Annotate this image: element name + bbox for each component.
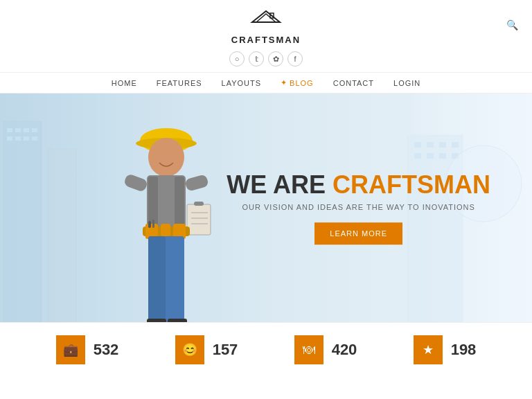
stat-count-star: 198 — [451, 341, 477, 359]
stat-count-briefcase: 532 — [94, 341, 119, 359]
svg-rect-11 — [24, 136, 29, 141]
svg-rect-10 — [15, 136, 21, 141]
social-icon-facebook[interactable]: f — [287, 51, 303, 66]
svg-rect-41 — [452, 142, 459, 148]
stat-item-plate: 🍽 420 — [294, 335, 357, 364]
logo[interactable]: CRAFTSMAN — [231, 8, 301, 45]
hero-title: WE ARE CRAFTSMAN — [227, 171, 490, 199]
svg-rect-20 — [123, 173, 148, 193]
stat-icon-briefcase: 💼 — [56, 335, 85, 364]
svg-rect-21 — [184, 174, 209, 192]
svg-rect-23 — [194, 202, 204, 206]
stats-bar: 💼 532 😊 157 🍽 420 ★ 198 — [0, 322, 532, 377]
social-icon-instagram[interactable]: ✿ — [268, 51, 283, 66]
nav-item-blog[interactable]: ✦ BLOG — [281, 78, 314, 87]
svg-rect-5 — [7, 128, 12, 132]
stat-icon-plate: 🍽 — [294, 335, 323, 364]
hero-section: WE ARE CRAFTSMAN OUR VISION AND IDEAS AR… — [0, 94, 532, 322]
svg-rect-12 — [32, 136, 37, 141]
nav-item-home[interactable]: HOME — [112, 79, 137, 87]
svg-rect-9 — [7, 136, 12, 141]
nav-item-features[interactable]: FEATURES — [157, 79, 202, 87]
stat-item-briefcase: 💼 532 — [56, 335, 119, 364]
nav-item-login[interactable]: LOGIN — [393, 79, 420, 87]
svg-rect-6 — [15, 128, 21, 132]
blog-icon: ✦ — [281, 78, 287, 87]
hero-title-prefix: WE ARE — [227, 170, 332, 199]
site-header: CRAFTSMAN ○ 𝕥 ✿ f 🔍 — [0, 0, 532, 73]
worker-svg — [90, 107, 242, 322]
svg-rect-4 — [3, 121, 42, 322]
hero-subtitle: OUR VISION AND IDEAS ARE THE WAY TO INOV… — [227, 203, 490, 211]
svg-rect-31 — [148, 221, 151, 228]
svg-rect-39 — [427, 142, 434, 148]
main-nav: HOME FEATURES LAYOUTS ✦ BLOG CONTACT LOG… — [0, 73, 532, 94]
svg-rect-43 — [427, 153, 434, 159]
social-icon-twitter[interactable]: 𝕥 — [249, 51, 264, 66]
stat-icon-star: ★ — [414, 335, 443, 364]
svg-rect-42 — [414, 153, 421, 159]
svg-rect-13 — [48, 149, 76, 322]
svg-rect-8 — [32, 128, 37, 132]
svg-rect-36 — [168, 319, 187, 322]
learn-more-button[interactable]: LEARN MORE — [314, 222, 402, 245]
stat-item-smiley: 😊 157 — [175, 335, 238, 364]
stat-item-star: ★ 198 — [414, 335, 477, 364]
stat-icon-smiley: 😊 — [175, 335, 204, 364]
social-icon-circle[interactable]: ○ — [229, 51, 245, 66]
stat-count-smiley: 157 — [213, 341, 238, 359]
svg-rect-7 — [24, 128, 29, 132]
logo-text: CRAFTSMAN — [231, 35, 301, 45]
svg-rect-22 — [187, 204, 211, 235]
svg-rect-38 — [414, 142, 421, 148]
svg-marker-0 — [252, 11, 280, 22]
nav-item-layouts[interactable]: LAYOUTS — [222, 79, 262, 87]
svg-rect-34 — [148, 236, 166, 322]
logo-icon — [245, 8, 287, 33]
search-icon[interactable]: 🔍 — [506, 19, 518, 30]
stat-count-plate: 420 — [332, 341, 357, 359]
svg-rect-29 — [161, 224, 170, 236]
hero-content: WE ARE CRAFTSMAN OUR VISION AND IDEAS AR… — [227, 171, 490, 245]
svg-rect-32 — [152, 220, 154, 228]
worker-figure-area — [90, 107, 242, 322]
svg-point-16 — [148, 138, 184, 177]
svg-rect-40 — [439, 142, 446, 148]
svg-rect-19 — [175, 177, 184, 229]
nav-item-blog-label: BLOG — [290, 79, 314, 87]
nav-item-contact[interactable]: CONTACT — [333, 79, 374, 87]
svg-rect-35 — [147, 319, 166, 322]
svg-rect-44 — [439, 153, 446, 159]
social-icons-container: ○ 𝕥 ✿ f — [0, 51, 532, 66]
hero-title-highlight: CRAFTSMAN — [332, 170, 490, 199]
